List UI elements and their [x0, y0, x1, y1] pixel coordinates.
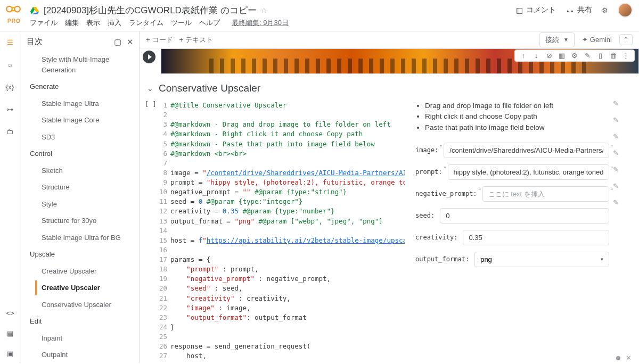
toc-title: 目次: [27, 37, 43, 47]
pencil-icon[interactable]: ✎: [613, 182, 619, 190]
link-icon[interactable]: ⊘: [545, 52, 553, 60]
pencil-icon[interactable]: ✎: [613, 116, 619, 124]
pencil-icon[interactable]: ✎: [613, 149, 619, 157]
move-down-icon[interactable]: ↓: [532, 52, 540, 60]
notebook-body: ↑ ↓ ⊘ ▥ ⚙ ✎ ▯ 🗑 ⋮ ⌄ Conservative Upscale…: [140, 48, 639, 363]
star-icon[interactable]: ☆: [261, 6, 267, 14]
code-snippets-icon[interactable]: <>: [5, 308, 15, 318]
run-cell-button[interactable]: [143, 51, 155, 63]
menu-runtime[interactable]: ランタイム: [129, 18, 163, 28]
add-code-button[interactable]: +コード: [146, 35, 173, 45]
files-icon[interactable]: 🗀: [5, 126, 15, 137]
connect-button[interactable]: 接続▼: [539, 32, 575, 47]
move-up-icon[interactable]: ↑: [519, 52, 528, 60]
svg-point-1: [14, 6, 20, 12]
toc-item[interactable]: Stable Image Ultra: [20, 95, 139, 112]
toc-item[interactable]: Stable Image Core: [20, 112, 139, 129]
mirror-cell-icon[interactable]: ▯: [596, 52, 604, 60]
toc-item[interactable]: Creative Upscaler: [20, 263, 139, 280]
terminal-icon[interactable]: ▤: [5, 328, 15, 338]
gear-icon[interactable]: ⚙: [602, 6, 608, 14]
svg-point-0: [6, 6, 12, 12]
menu-tools[interactable]: ツール: [171, 18, 192, 28]
share-icon: ⬩⬩: [566, 6, 574, 14]
close-status-icon[interactable]: ✕: [626, 354, 632, 362]
pro-badge: PRO: [7, 18, 21, 24]
comment-button[interactable]: ▥コメント: [516, 5, 556, 15]
negative-prompt-label: negative_prompt:: [415, 190, 477, 197]
toc-item[interactable]: Stable Image Ultra for BG: [20, 229, 139, 246]
menubar: ファイル 編集 表示 挿入 ランタイム ツール ヘルプ 最終編集: 9月30日: [0, 18, 639, 31]
share-button[interactable]: ⬩⬩共有: [566, 5, 592, 15]
toc-item[interactable]: SD3: [20, 129, 139, 146]
command-icon[interactable]: ▣: [5, 348, 15, 359]
gemini-button[interactable]: ✦Gemini: [582, 36, 612, 44]
status-bar: ✕: [616, 354, 632, 362]
add-text-button[interactable]: +テキスト: [179, 35, 214, 45]
toc-item[interactable]: Structure for 30yo: [20, 212, 139, 229]
toc-item[interactable]: Style: [20, 196, 139, 213]
prompt-input[interactable]: [448, 164, 609, 180]
pencil-icon[interactable]: ✎: [613, 133, 619, 140]
pencil-icon[interactable]: ✎: [613, 198, 619, 206]
settings-cell-icon[interactable]: ⚙: [570, 52, 579, 60]
status-dot-icon: [616, 356, 620, 360]
toc-item[interactable]: Edit: [20, 313, 139, 330]
image-input[interactable]: [444, 143, 609, 158]
line-numbers: 1234567891011121314151617181920212223242…: [157, 100, 170, 363]
negative-prompt-input[interactable]: [482, 186, 609, 202]
image-label: image:: [415, 146, 438, 154]
code-editor[interactable]: #@title Conservative Upscaler #@markdown…: [170, 100, 405, 363]
pencil-icon[interactable]: ✎: [613, 100, 619, 107]
toc-item[interactable]: Upscale: [20, 246, 139, 263]
delete-cell-icon[interactable]: 🗑: [609, 52, 617, 60]
creativity-input[interactable]: [463, 230, 609, 245]
toc-icon[interactable]: ☰: [5, 37, 15, 47]
menu-view[interactable]: 表示: [86, 18, 100, 28]
prompt-label: prompt:: [415, 168, 443, 176]
creativity-label: creativity:: [415, 234, 457, 241]
menu-file[interactable]: ファイル: [30, 18, 58, 28]
chevron-down-icon: ▼: [563, 37, 569, 43]
more-cell-icon[interactable]: ⋮: [621, 52, 630, 60]
drive-icon: [30, 6, 39, 14]
toc-item[interactable]: Structure: [20, 179, 139, 196]
toc-panel: 目次 ▢ ✕ Style with Multi-Image Generation…: [20, 31, 140, 363]
menu-insert[interactable]: 挿入: [108, 18, 121, 28]
code-cell[interactable]: [ ] 123456789101112131415161718192021222…: [145, 100, 639, 363]
form-edit-icons: ✎ ✎ ✎ ✎ ✎ ✎ ✎: [613, 100, 619, 206]
toc-item[interactable]: Generate: [20, 78, 139, 95]
sparkle-icon: ✦: [582, 36, 588, 44]
collapse-button[interactable]: ⌃: [619, 34, 633, 45]
menu-help[interactable]: ヘルプ: [199, 18, 220, 28]
toc-item[interactable]: Style with Multi-Image Generation: [20, 51, 139, 78]
seed-label: seed:: [415, 212, 435, 219]
notebook-toolbar: +コード +テキスト 接続▼ ✦Gemini ⌃: [140, 31, 639, 48]
menu-edit[interactable]: 編集: [65, 18, 79, 28]
comment-cell-icon[interactable]: ▥: [558, 52, 566, 60]
variables-icon[interactable]: {x}: [5, 81, 15, 92]
toc-item[interactable]: Sketch: [20, 162, 139, 179]
execution-count: [ ]: [145, 101, 157, 108]
doc-title[interactable]: [20240903]杉山先生のCGWORLD表紙作業 のコピー: [44, 4, 257, 16]
edit-cell-icon[interactable]: ✎: [583, 52, 592, 60]
comment-icon: ▥: [516, 6, 523, 14]
toc-newtab-icon[interactable]: ▢: [114, 37, 121, 47]
last-edit[interactable]: 最終編集: 9月30日: [232, 18, 289, 28]
seed-input[interactable]: [440, 208, 609, 224]
left-rail: ☰ ⌕ {x} ⊶ 🗀 <> ▤ ▣: [0, 31, 20, 363]
section-chevron-icon[interactable]: ⌄: [147, 84, 153, 93]
pencil-icon[interactable]: ✎: [613, 166, 619, 173]
output-format-label: output_format:: [415, 255, 469, 263]
toc-item[interactable]: Control: [20, 145, 139, 162]
avatar[interactable]: [618, 3, 633, 18]
toc-item[interactable]: Creative Upscaler: [20, 279, 139, 296]
output-format-select[interactable]: png: [474, 252, 609, 267]
toc-item[interactable]: Conservative Upscaler: [20, 296, 139, 313]
colab-logo-icon: [5, 3, 21, 15]
toc-close-icon[interactable]: ✕: [127, 37, 134, 47]
secrets-icon[interactable]: ⊶: [5, 104, 15, 114]
search-icon[interactable]: ⌕: [5, 59, 15, 70]
toc-item[interactable]: Inpaint: [20, 330, 139, 347]
toc-item[interactable]: Outpaint: [20, 346, 139, 363]
